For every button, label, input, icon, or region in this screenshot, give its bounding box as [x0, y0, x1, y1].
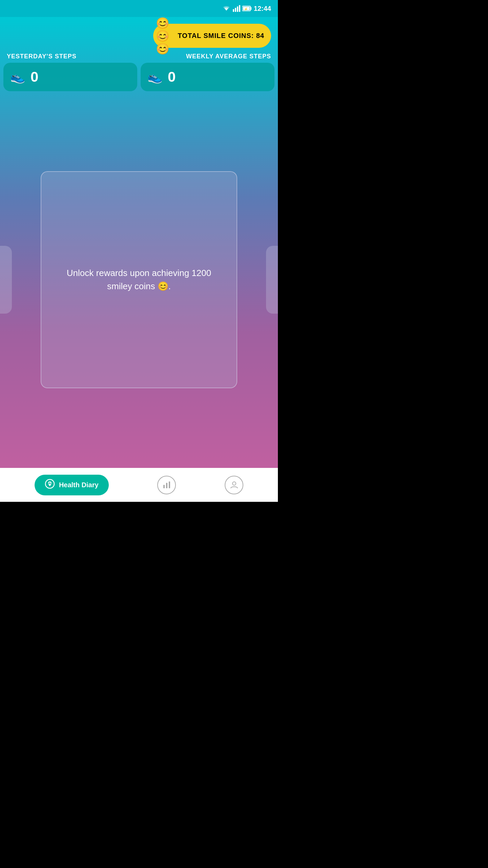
- main-content: 😊😊😊 TOTAL SMILE COINS: 84 YESTERDAY'S ST…: [0, 17, 278, 468]
- svg-rect-11: [169, 481, 170, 488]
- nav-chart[interactable]: [157, 476, 176, 494]
- smile-coins-label: TOTAL SMILE COINS: 84: [178, 32, 264, 40]
- svg-rect-2: [237, 6, 238, 12]
- svg-rect-5: [250, 7, 251, 10]
- health-diary-label: Health Diary: [59, 481, 99, 489]
- health-diary-icon: [45, 479, 55, 491]
- smile-emoji: 😊😊😊: [156, 26, 175, 45]
- status-icons: ⚡ 12:44: [222, 5, 271, 13]
- side-handle-left[interactable]: [0, 246, 12, 314]
- yesterday-steps-label: YESTERDAY'S STEPS: [7, 53, 77, 60]
- yesterday-steps-value: 0: [30, 69, 38, 85]
- wifi-icon: [222, 5, 231, 12]
- svg-rect-3: [239, 5, 240, 12]
- status-bar: ⚡ 12:44: [0, 0, 278, 17]
- svg-point-12: [232, 482, 236, 485]
- bottom-nav: Health Diary: [0, 468, 278, 502]
- svg-rect-1: [235, 8, 236, 12]
- nav-health-diary[interactable]: Health Diary: [35, 475, 109, 495]
- steps-boxes: 👟 0 👟 0: [3, 63, 274, 91]
- svg-rect-9: [163, 485, 165, 488]
- status-time: 12:44: [254, 5, 271, 13]
- weekly-steps-box: 👟 0: [141, 63, 274, 91]
- nav-profile[interactable]: [225, 476, 243, 494]
- reward-text: Unlock rewards upon achieving 1200 smile…: [55, 267, 223, 293]
- reward-card-container: Unlock rewards upon achieving 1200 smile…: [0, 91, 278, 468]
- svg-rect-10: [166, 483, 167, 488]
- reward-card: Unlock rewards upon achieving 1200 smile…: [41, 171, 237, 388]
- shoe-icon-yesterday: 👟: [10, 70, 25, 84]
- yesterday-steps-box: 👟 0: [3, 63, 137, 91]
- signal-icon: [233, 5, 240, 12]
- weekly-steps-value: 0: [168, 69, 176, 85]
- smile-coins-bar[interactable]: 😊😊😊 TOTAL SMILE COINS: 84: [153, 24, 271, 48]
- weekly-steps-label: WEEKLY AVERAGE STEPS: [186, 53, 271, 60]
- steps-labels: YESTERDAY'S STEPS WEEKLY AVERAGE STEPS: [3, 53, 274, 60]
- svg-text:⚡: ⚡: [244, 7, 248, 11]
- svg-rect-0: [233, 9, 234, 12]
- battery-icon: ⚡: [242, 5, 252, 12]
- profile-icon: [225, 476, 243, 494]
- chart-icon: [157, 476, 176, 494]
- shoe-icon-weekly: 👟: [147, 70, 163, 84]
- steps-section: YESTERDAY'S STEPS WEEKLY AVERAGE STEPS 👟…: [0, 53, 278, 91]
- side-handle-right[interactable]: [266, 246, 278, 314]
